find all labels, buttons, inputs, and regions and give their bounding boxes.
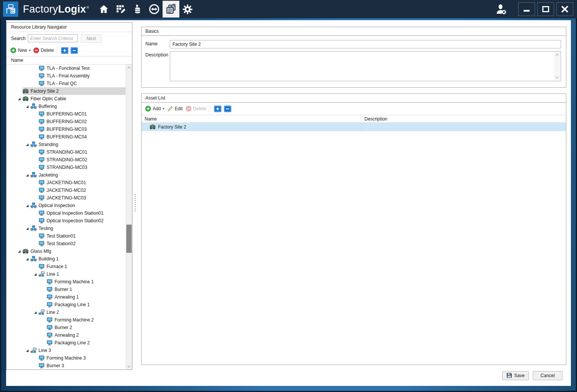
splitter-grip-icon	[135, 194, 136, 212]
save-button[interactable]: Save	[502, 371, 529, 380]
tree-item[interactable]: STRANDING-MC02	[6, 156, 126, 164]
cancel-button[interactable]: Cancel	[533, 371, 562, 380]
tree-item[interactable]: Optical Inspection	[6, 202, 126, 209]
tree-item-label: Test Station01	[47, 233, 76, 239]
planning-grid-pencil-icon[interactable]	[112, 0, 129, 18]
home-icon[interactable]	[95, 0, 112, 18]
tree-item[interactable]: BUFFERING-MC02	[6, 118, 126, 125]
tree-expander-icon[interactable]	[25, 203, 30, 208]
tree-item[interactable]: Packaging Line 2	[6, 339, 126, 347]
tree-item[interactable]: TLA - Final Assembly	[6, 72, 126, 80]
tree-item[interactable]: STRANDING-MC01	[6, 148, 126, 156]
tree-item[interactable]: TLA - Final QC	[6, 80, 126, 87]
tree-item[interactable]: Testing	[6, 225, 126, 232]
panel-splitter[interactable]	[132, 20, 138, 386]
tree-item[interactable]: Forming Machine 2	[6, 316, 126, 324]
tree-item[interactable]: Burner 3	[6, 362, 126, 370]
delete-button[interactable]: Delete	[33, 47, 54, 53]
machine-icon	[39, 180, 45, 186]
description-field[interactable]	[170, 51, 561, 81]
tree-expander-spacer	[33, 127, 38, 132]
collapse-all-button[interactable]	[224, 106, 231, 112]
tree-item-label: Line 1	[47, 272, 59, 277]
maximize-icon[interactable]	[537, 2, 554, 16]
tree-expander-icon[interactable]	[25, 173, 30, 178]
tree-item[interactable]: Annealing 1	[6, 293, 126, 301]
tree-item[interactable]: BUFFERING-MC03	[6, 125, 126, 133]
production-forms-icon[interactable]	[163, 1, 179, 18]
tree-item[interactable]: Line 2	[6, 308, 126, 316]
tree-item[interactable]: JACKETING-MC02	[6, 186, 126, 194]
add-button[interactable]: Add▾	[145, 106, 164, 112]
next-button[interactable]: Next	[81, 34, 102, 43]
scroll-down-icon[interactable]	[126, 363, 132, 370]
expand-all-button[interactable]	[214, 106, 221, 112]
tree-item[interactable]: JACKETING-MC01	[6, 179, 126, 186]
settings-gear-icon[interactable]	[179, 0, 196, 18]
column-name[interactable]: Name	[142, 115, 361, 122]
new-button[interactable]: New▾	[10, 47, 31, 53]
tree-expander-icon[interactable]	[25, 142, 30, 147]
tree-item[interactable]: BUFFERING-MC01	[6, 110, 126, 118]
tree-item[interactable]: Furnace 1	[6, 263, 126, 270]
transfer-circle-arrows-icon[interactable]	[146, 0, 163, 18]
tree-expander-icon[interactable]	[33, 272, 38, 277]
tree-expander-icon[interactable]	[25, 257, 30, 262]
machine-icon	[39, 187, 45, 193]
tree-item[interactable]: Fiber Optic Cable	[6, 95, 126, 103]
asset-row[interactable]: Factory Site 2	[142, 123, 566, 131]
tree-item[interactable]: Jacketing	[6, 171, 126, 179]
search-input[interactable]	[28, 34, 78, 42]
tree-item[interactable]: Buffering	[6, 103, 126, 110]
delete-asset-button[interactable]: Delete	[185, 106, 206, 112]
tree-expander-icon[interactable]	[25, 226, 30, 231]
app-logo	[3, 2, 18, 17]
collapse-all-button[interactable]	[71, 47, 78, 54]
tree-item[interactable]: JACKETING-MC03	[6, 194, 126, 202]
close-icon[interactable]	[556, 2, 573, 16]
scroll-up-icon[interactable]	[126, 64, 132, 71]
tree-item-label: Packaging Line 2	[55, 340, 90, 345]
materials-stack-icon[interactable]	[129, 0, 146, 18]
tree-item[interactable]: Optical Inspection Station02	[6, 217, 126, 225]
machine-icon	[39, 233, 45, 239]
logout-user-icon[interactable]	[495, 3, 508, 16]
tree-item-label: STRANDING-MC01	[47, 149, 87, 155]
tree-item[interactable]: BUFFERING-MC04	[6, 133, 126, 141]
tree-expander-icon[interactable]	[33, 310, 38, 315]
tree-expander-icon[interactable]	[25, 104, 30, 109]
scroll-down-icon[interactable]	[556, 75, 559, 78]
minimize-icon[interactable]	[518, 2, 535, 16]
tree-expander-icon[interactable]	[17, 96, 22, 101]
tree-item[interactable]: Line 3	[6, 347, 126, 354]
tree-item[interactable]: Packaging Line 1	[6, 301, 126, 308]
edit-button[interactable]: Edit	[167, 106, 183, 112]
tree-scrollbar[interactable]	[126, 64, 132, 370]
tree-item[interactable]: STRANDING-MC03	[6, 164, 126, 171]
line-icon	[39, 309, 45, 315]
tree-item[interactable]: Glass Mfg	[6, 247, 126, 255]
scrollbar-thumb[interactable]	[126, 225, 132, 253]
site-icon	[150, 124, 156, 130]
tree-expander-icon[interactable]	[17, 249, 22, 254]
tree-item[interactable]: Annealing 2	[6, 331, 126, 339]
name-field[interactable]	[170, 40, 561, 48]
tree-item[interactable]: Forming Machine 1	[6, 278, 126, 286]
tree-item[interactable]: Burner 1	[6, 286, 126, 293]
tree-item[interactable]: Factory Site 2	[6, 87, 126, 95]
add-circle-icon	[10, 47, 16, 53]
description-scrollbar[interactable]	[554, 52, 560, 80]
column-description[interactable]: Description	[361, 115, 566, 122]
tree-item[interactable]: Stranding	[6, 141, 126, 148]
tree-item[interactable]: Optical Inspection Station01	[6, 209, 126, 217]
tree-item[interactable]: Line 1	[6, 270, 126, 278]
tree-expander-icon[interactable]	[25, 348, 30, 353]
tree-item[interactable]: Building 1	[6, 255, 126, 263]
scroll-up-icon[interactable]	[556, 54, 559, 57]
tree-item[interactable]: Burner 2	[6, 324, 126, 331]
tree-item[interactable]: Test Station01	[6, 232, 126, 240]
expand-all-button[interactable]	[61, 47, 68, 54]
tree-item[interactable]: TLA - Functional Test	[6, 64, 126, 72]
tree-item[interactable]: Test Station02	[6, 240, 126, 247]
tree-item[interactable]: Forming Machine 3	[6, 354, 126, 362]
